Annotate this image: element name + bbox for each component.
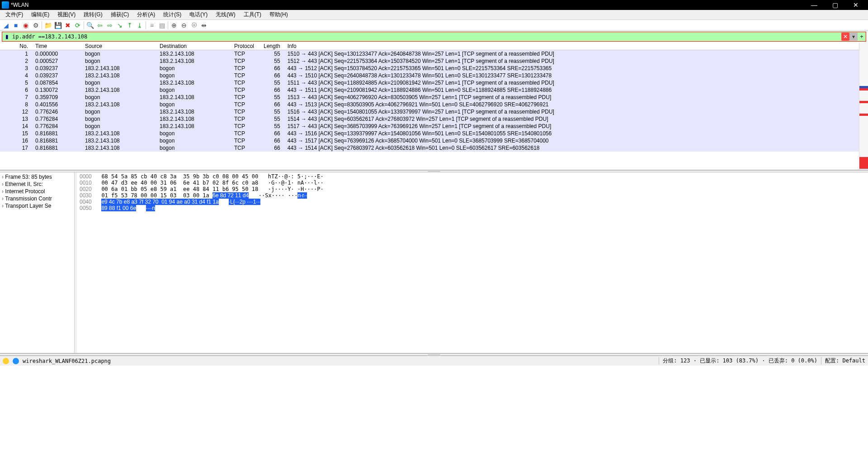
- packet-row[interactable]: 50.087854bogon183.2.143.108TCP551511 → 4…: [0, 79, 859, 86]
- minimap-mark: [859, 101, 868, 103]
- packet-row[interactable]: 150.816881183.2.143.108bogonTCP66443 → 1…: [0, 130, 859, 137]
- goto-icon[interactable]: ↘: [115, 20, 125, 30]
- zoom-reset-icon[interactable]: ⦾: [189, 20, 199, 30]
- auto-scroll-icon[interactable]: ≡: [147, 20, 157, 30]
- tree-tcp[interactable]: Transmission Contr: [0, 195, 74, 202]
- folder-open-icon[interactable]: 📁: [43, 20, 53, 30]
- separator: [146, 21, 146, 29]
- menu-tools[interactable]: 工具(T): [240, 10, 265, 19]
- zoom-in-icon[interactable]: ⊕: [169, 20, 179, 30]
- minimap-mark: [859, 114, 868, 116]
- resize-cols-icon[interactable]: ⇹: [199, 20, 209, 30]
- menu-help[interactable]: 帮助(H): [266, 10, 292, 19]
- status-bar: wireshark_WLANF06Z21.pcapng 分组: 123 · 已显…: [0, 356, 868, 366]
- col-time[interactable]: Time: [32, 43, 81, 50]
- packet-row[interactable]: 120.776246bogon183.2.143.108TCP551516 → …: [0, 108, 859, 115]
- packet-row[interactable]: 130.776284bogon183.2.143.108TCP551514 → …: [0, 115, 859, 123]
- packet-list[interactable]: No. Time Source Destination Protocol Len…: [0, 43, 868, 170]
- col-dest[interactable]: Destination: [156, 43, 231, 50]
- status-packets: 分组: 123 · 已显示: 103 (83.7%) · 已丢弃: 0 (0.0…: [659, 357, 817, 365]
- filter-bar: ▮ ✕ ▾ +: [2, 32, 866, 42]
- packet-row[interactable]: 140.776284bogon183.2.143.108TCP551517 → …: [0, 123, 859, 130]
- col-len[interactable]: Length: [260, 43, 284, 50]
- find-icon[interactable]: 🔍: [85, 20, 95, 30]
- separator: [42, 21, 42, 29]
- display-filter-input[interactable]: [11, 33, 841, 40]
- menu-go[interactable]: 跳转(G): [80, 10, 106, 19]
- packet-row[interactable]: 30.039237183.2.143.108bogonTCP66443 → 15…: [0, 65, 859, 72]
- packet-row[interactable]: 80.401556183.2.143.108bogonTCP66443 → 15…: [0, 101, 859, 108]
- menu-edit[interactable]: 编辑(E): [28, 10, 53, 19]
- bookmark-icon[interactable]: ▮: [2, 32, 11, 41]
- hex-view[interactable]: 0000 68 54 5a 85 cb 40 c8 3a 35 9b 3b c0…: [77, 172, 868, 353]
- menubar: 文件(F) 编辑(E) 视图(V) 跳转(G) 捕获(C) 分析(A) 统计(S…: [0, 10, 868, 20]
- packet-row[interactable]: 70.359709bogon183.2.143.108TCP551513 → 4…: [0, 94, 859, 101]
- minimap-mark: [859, 88, 868, 90]
- tree-ip[interactable]: Internet Protocol: [0, 188, 74, 195]
- comment-icon[interactable]: [13, 358, 19, 364]
- minimap-mark: [859, 86, 868, 88]
- forward-icon[interactable]: ⇨: [105, 20, 115, 30]
- colorize-icon[interactable]: ▤: [157, 20, 167, 30]
- menu-phone[interactable]: 电话(Y): [186, 10, 211, 19]
- separator: [168, 21, 168, 29]
- tree-tls[interactable]: Transport Layer Se: [0, 202, 74, 210]
- hex-content: 0000 68 54 5a 85 cb 40 c8 3a 35 9b 3b c0…: [77, 172, 868, 212]
- save-icon[interactable]: 💾: [53, 20, 63, 30]
- packet-minimap[interactable]: [859, 43, 868, 170]
- app-icon: [2, 1, 9, 9]
- reload-icon[interactable]: ⟳: [73, 20, 83, 30]
- menu-view[interactable]: 视图(V): [54, 10, 79, 19]
- zoom-out-icon[interactable]: ⊖: [179, 20, 189, 30]
- back-icon[interactable]: ⇦: [95, 20, 105, 30]
- clear-filter-icon[interactable]: ✕: [841, 33, 849, 41]
- tree-frame[interactable]: Frame 53: 85 bytes: [0, 173, 74, 181]
- last-icon[interactable]: ⤓: [135, 20, 145, 30]
- window-title: *WLAN: [11, 2, 804, 8]
- first-icon[interactable]: ⤒: [125, 20, 135, 30]
- separator: [84, 21, 84, 29]
- menu-stats[interactable]: 统计(S): [160, 10, 185, 19]
- close-button[interactable]: ✕: [845, 0, 866, 10]
- add-filter-icon[interactable]: +: [858, 33, 866, 41]
- expert-info-icon[interactable]: [3, 358, 9, 364]
- minimap-mark: [859, 157, 868, 169]
- status-profile[interactable]: 配置: Default: [821, 357, 865, 365]
- packet-row[interactable]: 40.039237183.2.143.108bogonTCP66443 → 15…: [0, 72, 859, 79]
- col-no[interactable]: No.: [0, 43, 32, 50]
- restart-capture-icon[interactable]: ◉: [21, 20, 31, 30]
- packet-row[interactable]: 20.000527bogon183.2.143.108TCP551512 → 4…: [0, 57, 859, 65]
- start-capture-icon[interactable]: ◢: [1, 20, 11, 30]
- col-info[interactable]: Info: [284, 43, 859, 50]
- apply-filter-icon[interactable]: ▾: [849, 33, 858, 41]
- menu-wireless[interactable]: 无线(W): [212, 10, 239, 19]
- capture-options-icon[interactable]: ⚙: [31, 20, 41, 30]
- stop-capture-icon[interactable]: ■: [11, 20, 21, 30]
- titlebar: *WLAN — ▢ ✕: [0, 0, 868, 10]
- toolbar: ◢ ■ ◉ ⚙ 📁 💾 ✖ ⟳ 🔍 ⇦ ⇨ ↘ ⤒ ⤓ ≡ ▤ ⊕ ⊖ ⦾ ⇹: [0, 20, 868, 31]
- packet-row[interactable]: 160.816881183.2.143.108bogonTCP66443 → 1…: [0, 137, 859, 144]
- menu-file[interactable]: 文件(F): [2, 10, 27, 19]
- close-file-icon[interactable]: ✖: [63, 20, 73, 30]
- menu-capture[interactable]: 捕获(C): [107, 10, 133, 19]
- col-source[interactable]: Source: [81, 43, 156, 50]
- packet-row[interactable]: 60.130072183.2.143.108bogonTCP66443 → 15…: [0, 86, 859, 94]
- col-proto[interactable]: Protocol: [231, 43, 260, 50]
- packet-tree[interactable]: Frame 53: 85 bytes Ethernet II, Src: Int…: [0, 172, 75, 353]
- packet-row[interactable]: 170.816881183.2.143.108bogonTCP66443 → 1…: [0, 144, 859, 152]
- menu-analyze[interactable]: 分析(A): [133, 10, 159, 19]
- maximize-button[interactable]: ▢: [825, 0, 845, 10]
- minimize-button[interactable]: —: [804, 0, 825, 10]
- packet-row[interactable]: 10.000000bogon183.2.143.108TCP551510 → 4…: [0, 50, 859, 58]
- tree-ethernet[interactable]: Ethernet II, Src:: [0, 181, 74, 188]
- details-panes: Frame 53: 85 bytes Ethernet II, Src: Int…: [0, 172, 868, 353]
- column-headers[interactable]: No. Time Source Destination Protocol Len…: [0, 43, 859, 50]
- status-filename: wireshark_WLANF06Z21.pcapng: [23, 358, 111, 364]
